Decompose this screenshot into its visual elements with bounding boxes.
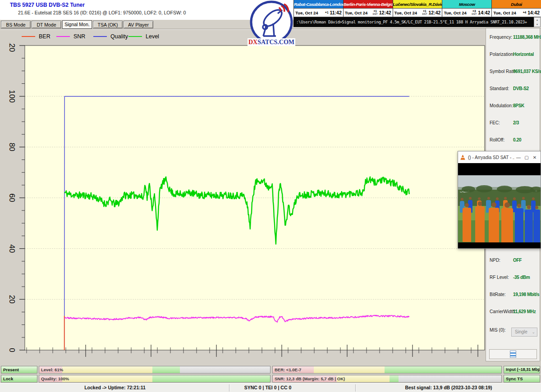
person-shape — [533, 206, 540, 242]
ber-meter: BER: <1.0E-7 — [272, 366, 502, 374]
mis-select[interactable]: Single ⌄ — [511, 328, 537, 337]
best-signal-status: Best signal: 13,9 dB (2023-10-23 08:19) — [405, 385, 492, 390]
console-text: :\Users\Roman Dávid>Signal monitoring_PF… — [296, 20, 527, 24]
param-value: 0.20 — [513, 137, 521, 142]
person-shape — [515, 204, 523, 242]
param-value: Horizontal — [513, 52, 534, 57]
legend-label: Level — [146, 33, 159, 40]
level-meter: Level: 61% — [39, 366, 270, 374]
meter-segment-green — [152, 366, 180, 373]
dxsatcs-logo: DXSATCS.COM — [246, 0, 297, 48]
clock-time-row: Tue, Oct 24+3DST14:42 — [442, 9, 491, 17]
console-scrollbar[interactable]: ▲ ▼ — [534, 17, 541, 27]
legend-line-sample — [56, 36, 70, 37]
svg-text:100: 100 — [8, 90, 16, 102]
meter-segment-yellow — [314, 366, 385, 373]
console-line[interactable]: :\Users\Roman Dávid>Signal monitoring_PF… — [293, 17, 534, 27]
vlc-maximize-button[interactable]: ▢ — [523, 155, 531, 160]
snr-meter: SNR: 12,3 dB (Margin: 5,7 dB | OK) — [272, 375, 502, 383]
tab-dt-mode[interactable]: DT Mode — [32, 21, 61, 28]
logo-text: DXSATCS.COM — [248, 38, 294, 46]
param-label: CarrierWidth: — [490, 309, 516, 314]
meter-segment-green — [385, 366, 501, 373]
clock-city-label: Berlin-Paris-Vienna-Belgrade — [344, 0, 393, 9]
clock-utc-offset: +3DST — [472, 10, 477, 15]
tree-shape — [530, 187, 541, 192]
clock-utc-offset: +4 — [523, 11, 526, 14]
clock-column-0: Rabat-Casablanca-LondonTue, Oct 24+111:4… — [294, 0, 344, 17]
mis-value: Single — [515, 329, 527, 334]
clock-column-2: Lučenec/Slovakia_R.DávidTue, Oct 24+1DST… — [393, 0, 443, 17]
vlc-minimize-button[interactable]: — — [514, 155, 523, 160]
svg-text:120: 120 — [8, 43, 16, 52]
tree-shape — [462, 186, 475, 192]
clock-time-row: Tue, Oct 24+1DST12:42 — [393, 9, 442, 17]
legend-label: Quality — [110, 33, 128, 40]
input-badge: Input (~18,31 Mbps) — [504, 366, 540, 374]
clock-column-4: DubaiTue, Oct 24+414:42 — [492, 0, 541, 17]
sync-ts-badge: Sync TS — [504, 375, 540, 383]
tab-signal-mon[interactable]: Signal Mon. — [62, 20, 92, 29]
person-shape — [525, 205, 533, 242]
param-label: NPD: — [490, 258, 500, 263]
param-label: RF Level: — [490, 275, 509, 280]
clock-time: 14:42 — [527, 10, 540, 15]
param-value: 8PSK — [513, 103, 524, 108]
clock-date: Tue, Oct 24 — [394, 10, 417, 15]
legend-item-ber: BER — [22, 33, 50, 40]
present-badge: Present — [1, 366, 37, 374]
app-subtitle: 21.6E - Eutelsat 21B SES 16 (ID: 0216) @… — [18, 10, 186, 15]
vlc-close-button[interactable]: ✕ — [531, 155, 539, 160]
clock-column-3: MoscowTue, Oct 24+3DST14:42 — [442, 0, 492, 17]
clock-time: 11:42 — [330, 10, 342, 15]
world-clocks: Rabat-Casablanca-LondonTue, Oct 24+111:4… — [293, 0, 541, 17]
tab-tsa[interactable]: TSA (OK) — [93, 21, 123, 28]
svg-text:20: 20 — [8, 295, 16, 304]
meter-segment-yellow — [62, 375, 152, 382]
scroll-up-icon[interactable]: ▲ — [534, 18, 540, 22]
param-value: 19,198 Mbit/s — [513, 292, 539, 297]
param-value: OFF — [513, 258, 522, 263]
meter-segment-green — [152, 375, 270, 382]
ts-list-button[interactable] — [489, 349, 537, 359]
clock-city-label: Moscow — [442, 0, 491, 9]
legend-item-snr: SNR — [56, 33, 85, 40]
lock-badge: Lock — [1, 375, 37, 383]
meter-segment-empty — [399, 375, 501, 382]
statusbar-separator — [355, 384, 356, 392]
vlc-window: () - Arryadia SD SAT - ... — ▢ ✕ الشباب … — [458, 151, 541, 249]
clock-time-row: Tue, Oct 24+1DST12:42 — [344, 9, 393, 17]
scroll-down-icon[interactable]: ▼ — [534, 22, 540, 27]
param-label: Modulation: — [490, 103, 513, 108]
person-shape — [463, 203, 471, 242]
svg-text:80: 80 — [8, 143, 16, 151]
clock-utc-offset: +1 — [325, 11, 328, 14]
legend-line-sample — [93, 36, 107, 37]
person-shape — [475, 201, 485, 242]
tab-bs-mode[interactable]: BS Mode — [1, 21, 31, 28]
vlc-titlebar[interactable]: () - Arryadia SD SAT - ... — ▢ ✕ — [458, 151, 541, 163]
param-label: RollOff: — [490, 137, 504, 142]
tab-av-player[interactable]: AV Player — [124, 21, 153, 28]
param-value: DVB-S2 — [513, 86, 529, 91]
param-value: 2/3 — [513, 120, 519, 125]
stack-icon — [510, 351, 516, 358]
mis-label: MIS (0): — [490, 328, 506, 333]
param-value: -35 dBm — [513, 275, 530, 280]
param-label: Polarization: — [490, 52, 514, 57]
vlc-window-title: () - Arryadia SD SAT - ... — [468, 155, 514, 160]
signal-chart: 020406080100120 — [0, 43, 487, 359]
vlc-video[interactable]: الشباب ✶ — [458, 163, 541, 248]
svg-text:40: 40 — [8, 244, 16, 253]
clock-time-row: Tue, Oct 24+414:42 — [492, 9, 541, 17]
statusbar-separator — [229, 384, 229, 392]
svg-text:60: 60 — [8, 194, 16, 202]
person-shape — [489, 202, 499, 242]
sync-status: SYNC 0 | TEI 0 | CC 0 — [244, 385, 292, 390]
clock-city-label: Dubai — [492, 0, 541, 9]
vlc-video-scene: الشباب ✶ — [458, 175, 541, 242]
clock-time: 14:42 — [478, 10, 490, 15]
legend-line-sample — [128, 36, 142, 37]
clock-date: Tue, Oct 24 — [345, 10, 368, 15]
clock-utc-offset: +1DST — [373, 10, 378, 15]
